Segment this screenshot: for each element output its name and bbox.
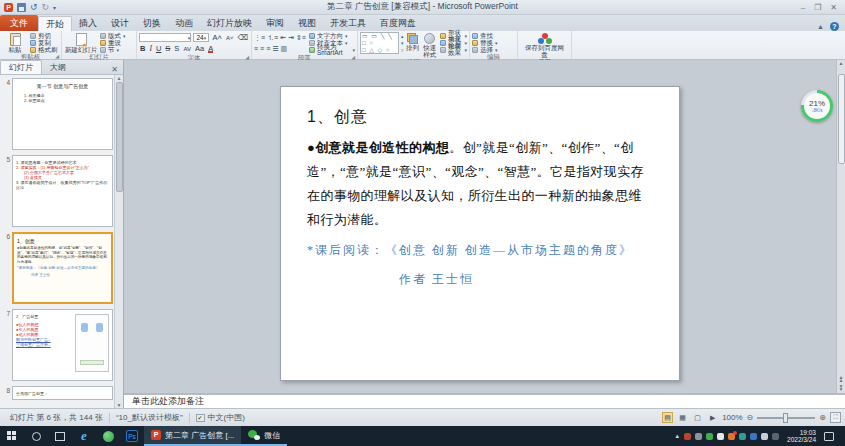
- start-button[interactable]: [0, 426, 24, 446]
- shadow-button[interactable]: S: [173, 44, 180, 54]
- ribbon-tab[interactable]: 审阅: [259, 16, 291, 31]
- slide-editor[interactable]: 1、创意 ●创意就是创造性的构想。创”就是“创新”、“创作”、“创造”，“意”就…: [280, 86, 680, 381]
- underline-button[interactable]: U: [155, 44, 162, 54]
- increase-indent-button[interactable]: ⇥: [288, 33, 294, 42]
- zoom-level[interactable]: 100%: [722, 413, 742, 422]
- slide-author-line[interactable]: 作者 王士恒: [399, 271, 679, 288]
- ie-browser-button[interactable]: e: [72, 426, 96, 446]
- scroll-up-icon[interactable]: ▲: [839, 60, 844, 66]
- normal-view-button[interactable]: ▤: [662, 412, 673, 423]
- spellcheck-icon[interactable]: ✔: [196, 414, 205, 422]
- slide-sorter-button[interactable]: ▦: [677, 412, 688, 423]
- next-slide-button[interactable]: ▼▼: [839, 385, 844, 391]
- restore-button[interactable]: ❐: [814, 3, 821, 12]
- font-name-select[interactable]: ▾: [139, 33, 191, 42]
- browser-360-button[interactable]: [96, 426, 120, 446]
- bold-button[interactable]: B: [139, 44, 146, 54]
- file-tab[interactable]: 文件: [0, 15, 38, 31]
- scroll-up-icon[interactable]: ▲: [117, 75, 122, 81]
- canvas-scrollbar[interactable]: ▲ ▲▲ ▼▼: [836, 60, 845, 393]
- columns-button[interactable]: ▥: [281, 44, 288, 53]
- slide-thumbnail[interactable]: 61、创意●创意就是创造性的构想。创”就是“创新”、“创作”、“创造”，“意”就…: [2, 232, 113, 304]
- shapes-gallery[interactable]: ▭ ▭ ╲ ╲ □ ○□ △ ◇ ○ ☆ ⌒△ ▽ ◇ ○ ( ): [360, 32, 399, 54]
- ribbon-tab[interactable]: 插入: [72, 16, 104, 31]
- align-center-button[interactable]: ≡: [260, 44, 264, 53]
- hidden-icons-chevron[interactable]: ▲: [674, 433, 680, 439]
- tray-icon[interactable]: [706, 433, 713, 440]
- photoshop-button[interactable]: Ps: [120, 426, 144, 446]
- slide-body-text[interactable]: ●创意就是创造性的构想。创”就是“创新”、“创作”、“创造”，“意”就是“意识”…: [307, 136, 653, 232]
- paste-button[interactable]: 粘贴: [2, 32, 28, 53]
- slide-title[interactable]: 1、创意: [307, 107, 679, 128]
- notes-pane[interactable]: 单击此处添加备注: [124, 393, 845, 408]
- shape-effects-button[interactable]: 形状效果▾: [440, 47, 467, 53]
- italic-button[interactable]: I: [148, 44, 153, 54]
- ribbon-tab[interactable]: 开发工具: [323, 16, 373, 31]
- qat-dropdown-icon[interactable]: ▾: [53, 4, 56, 11]
- decrease-indent-button[interactable]: ⇤: [280, 33, 286, 42]
- ribbon-tab[interactable]: 幻灯片放映: [200, 16, 259, 31]
- strikethrough-button[interactable]: S: [164, 44, 171, 54]
- change-case-button[interactable]: Aa: [194, 44, 205, 54]
- zoom-in-icon[interactable]: ⊕: [819, 413, 826, 422]
- taskbar-item-wechat[interactable]: 微信: [241, 426, 287, 446]
- slide-thumbnail[interactable]: 4第一节 创意与广告创意1. 相关概念2. 创意观点: [2, 78, 113, 150]
- speed-monitor-widget[interactable]: 21% ↓8K/s: [801, 90, 833, 122]
- save-icon[interactable]: [17, 3, 26, 12]
- tab-outline[interactable]: 大纲: [42, 60, 74, 74]
- panel-close-icon[interactable]: ✕: [111, 65, 123, 74]
- tray-icon[interactable]: [739, 433, 746, 440]
- tray-icon[interactable]: [684, 433, 691, 440]
- align-left-button[interactable]: ≡: [254, 44, 258, 53]
- tray-icon[interactable]: [695, 433, 702, 440]
- shapes-gallery-scroll[interactable]: ▴▾▿: [401, 32, 404, 54]
- ribbon-tab[interactable]: 开始: [38, 16, 72, 31]
- slide-thumbnail[interactable]: 72、广告创意●惊人的构想●引人的构思●动人的构图耐克中秋创意广告--三维创意广…: [2, 309, 113, 381]
- minimize-button[interactable]: –: [801, 3, 805, 12]
- language-indicator[interactable]: 中文(中国): [208, 412, 245, 423]
- ribbon-tab[interactable]: 视图: [291, 16, 323, 31]
- ribbon-tab[interactable]: 动画: [168, 16, 200, 31]
- tray-icon[interactable]: [717, 433, 724, 440]
- search-button[interactable]: [24, 426, 48, 446]
- reading-view-button[interactable]: ▢: [692, 412, 703, 423]
- previous-slide-button[interactable]: ▲▲: [839, 376, 844, 382]
- taskbar-clock[interactable]: 19:03 2022/3/24: [783, 429, 820, 443]
- convert-smartart-button[interactable]: 转换为 SmartArt▾: [309, 47, 355, 53]
- scrollbar-thumb[interactable]: [116, 82, 123, 192]
- close-button[interactable]: ✕: [830, 3, 837, 12]
- ribbon-tab[interactable]: 设计: [104, 16, 136, 31]
- shrink-font-button[interactable]: A˅: [225, 33, 235, 43]
- arrange-button[interactable]: 排列: [405, 32, 419, 51]
- zoom-slider-thumb[interactable]: [783, 413, 788, 423]
- slideshow-button[interactable]: ▶: [707, 412, 718, 423]
- taskbar-item-powerpoint[interactable]: P 第二章 广告创意 [...: [144, 426, 241, 446]
- minimize-ribbon-icon[interactable]: ▲: [817, 23, 824, 30]
- undo-icon[interactable]: ↺: [30, 3, 38, 12]
- tray-icon[interactable]: [728, 433, 735, 440]
- slide-thumbnail[interactable]: 51. 课前思考题：创意是试错的艺术2. 课堂实践：(1) 用青蛙创意设计“怎么…: [2, 155, 113, 227]
- fit-to-window-button[interactable]: ⛶: [830, 412, 841, 423]
- save-to-baidu-button[interactable]: 保存到百度网盘: [523, 32, 567, 58]
- font-color-button[interactable]: A: [207, 44, 214, 53]
- bullets-button[interactable]: ⋮≡: [254, 33, 265, 42]
- tray-icon[interactable]: [750, 433, 757, 440]
- zoom-out-icon[interactable]: ⊖: [747, 413, 754, 422]
- panel-scrollbar[interactable]: ▲ ▼: [114, 75, 123, 408]
- slide-thumbnail[interactable]: 8全员做广告创意：: [2, 386, 113, 400]
- justify-button[interactable]: ☰: [272, 44, 278, 53]
- zoom-slider[interactable]: [757, 417, 815, 419]
- quick-styles-button[interactable]: 快速样式: [421, 32, 438, 58]
- help-icon[interactable]: ?: [830, 22, 839, 31]
- ribbon-tab[interactable]: 切换: [136, 16, 168, 31]
- clear-formatting-button[interactable]: ⌫: [236, 33, 249, 43]
- task-view-button[interactable]: [48, 426, 72, 446]
- align-right-button[interactable]: ≡: [266, 44, 270, 53]
- grow-font-button[interactable]: A˄: [211, 33, 222, 43]
- line-spacing-button[interactable]: ⇕≡: [296, 33, 306, 42]
- numbering-button[interactable]: ⒈≡: [267, 33, 278, 42]
- action-center-icon[interactable]: [824, 432, 834, 441]
- slide-canvas[interactable]: 1、创意 ●创意就是创造性的构想。创”就是“创新”、“创作”、“创造”，“意”就…: [124, 60, 845, 393]
- font-size-select[interactable]: 24▾: [193, 33, 209, 42]
- redo-icon[interactable]: ↻: [42, 3, 50, 12]
